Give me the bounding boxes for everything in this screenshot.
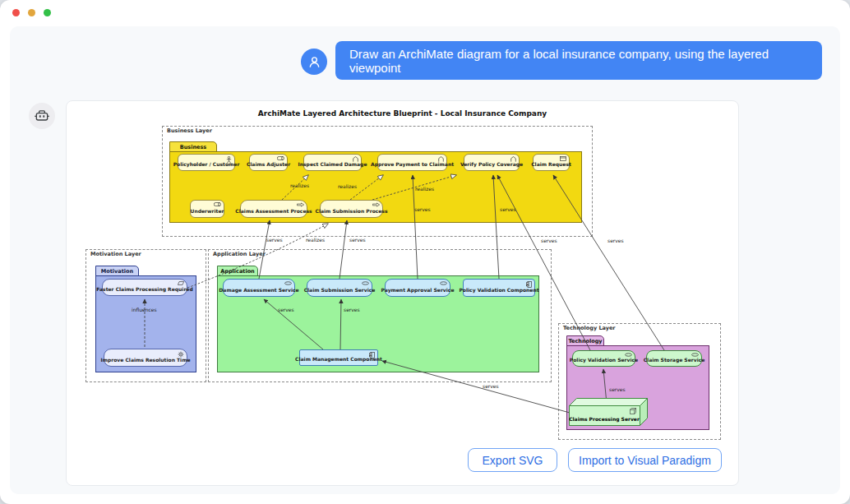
function-icon xyxy=(438,156,444,162)
requirement-icon xyxy=(178,281,184,285)
node-inspect-claimed-damage: Inspect Claimed Damage xyxy=(303,154,362,171)
edge-label: serves xyxy=(483,383,499,389)
close-button[interactable] xyxy=(12,9,20,16)
assistant-response-card: ArchiMate Layered Architecture Blueprint… xyxy=(66,100,739,486)
function-icon xyxy=(353,156,358,162)
node-damage-assessment-service: Damage Assessment Service xyxy=(223,279,295,297)
technology-layer-label: Technology Layer xyxy=(561,325,617,331)
business-group-label: Business xyxy=(180,144,206,150)
edge-label: realizes xyxy=(290,183,309,188)
node-faster-claims-processing-required: Faster Claims Processing Required xyxy=(102,279,187,296)
component-icon xyxy=(526,281,532,288)
technology-group-label: Technology xyxy=(568,338,602,344)
node-claims-adjuster: Claims Adjuster xyxy=(249,154,288,171)
edge-label: serves xyxy=(349,237,366,243)
motivation-group-label: Motivation xyxy=(101,268,133,275)
edge-label: serves xyxy=(609,386,626,392)
service-icon xyxy=(625,353,632,357)
business-layer-label: Business Layer xyxy=(165,127,214,134)
edge-label: realizes xyxy=(338,183,357,189)
service-icon xyxy=(691,353,699,357)
role-icon xyxy=(214,202,221,206)
node-claim-submission-process: Claim Submission Process xyxy=(320,200,383,218)
node-verify-policy-coverage: Verify Policy Coverage xyxy=(464,154,520,171)
edge-label: serves xyxy=(541,238,557,243)
business-object-icon xyxy=(560,156,566,161)
service-icon xyxy=(440,281,447,285)
chat-area: Draw an ArchiMate diagram for a local in… xyxy=(10,26,840,494)
node-icon xyxy=(630,408,636,414)
edge-label: realizes xyxy=(415,186,434,192)
node-underwriter: Underwriter xyxy=(190,200,224,218)
node-claim-request: Claim Request xyxy=(533,154,570,171)
service-icon xyxy=(362,281,369,285)
edge-label: realizes xyxy=(306,237,325,243)
edge-label: serves xyxy=(414,206,431,212)
application-layer-label: Application Layer xyxy=(211,251,267,257)
edge-label: serves xyxy=(278,307,294,312)
edge-label: serves xyxy=(500,206,516,212)
function-icon xyxy=(510,156,516,162)
node-claims-processing-server: Claims Processing Server xyxy=(569,398,648,426)
application-group-label: Application xyxy=(220,268,254,275)
node-claim-management-component: Claim Management Component xyxy=(299,349,378,366)
process-icon xyxy=(372,202,380,207)
role-icon xyxy=(277,156,284,160)
node-policyholder-customer: Policyholder / Customer xyxy=(178,154,235,171)
service-icon xyxy=(284,281,292,285)
node-payment-approval-service: Payment Approval Service xyxy=(385,279,450,297)
node-claim-storage-service: Claim Storage Service xyxy=(646,350,702,367)
component-icon xyxy=(369,352,375,358)
maximize-button[interactable] xyxy=(44,9,51,16)
person-icon xyxy=(307,55,321,69)
edge-label: serves xyxy=(607,238,624,243)
node-improve-claims-resolution-time: Improve Claims Resolution Time xyxy=(104,349,187,367)
node-policy-validation-component: Policy Validation Component xyxy=(463,279,535,297)
edge-label: serves xyxy=(266,237,283,243)
archimate-diagram: ArchiMate Layered Architecture Blueprint… xyxy=(67,101,738,485)
node-approve-payment-to-claimant: Approve Payment to Claimant xyxy=(377,154,447,171)
diagram-title: ArchiMate Layered Architecture Blueprint… xyxy=(67,109,738,118)
actor-icon xyxy=(226,156,232,164)
process-icon xyxy=(297,202,304,207)
import-visual-paradigm-button[interactable]: Import to Visual Paradigm xyxy=(568,448,722,472)
user-message-text: Draw an ArchiMate diagram for a local in… xyxy=(349,47,808,75)
goal-icon xyxy=(178,351,184,358)
node-claims-assessment-process: Claims Assessment Process xyxy=(240,200,307,218)
export-svg-button[interactable]: Export SVG xyxy=(468,448,557,472)
user-avatar xyxy=(301,49,327,75)
assistant-avatar xyxy=(29,103,55,129)
user-message-bubble: Draw an ArchiMate diagram for a local in… xyxy=(335,41,822,80)
robot-icon xyxy=(34,108,50,124)
node-policy-validation-service: Policy Validation Service xyxy=(572,350,635,367)
motivation-layer-label: Motivation Layer xyxy=(89,251,143,257)
edge-label: serves xyxy=(344,307,360,312)
app-window: Draw an ArchiMate diagram for a local in… xyxy=(0,0,850,504)
node-claim-submission-service: Claim Submission Service xyxy=(307,279,372,297)
minimize-button[interactable] xyxy=(28,9,35,16)
edge-label: influences xyxy=(132,307,157,312)
